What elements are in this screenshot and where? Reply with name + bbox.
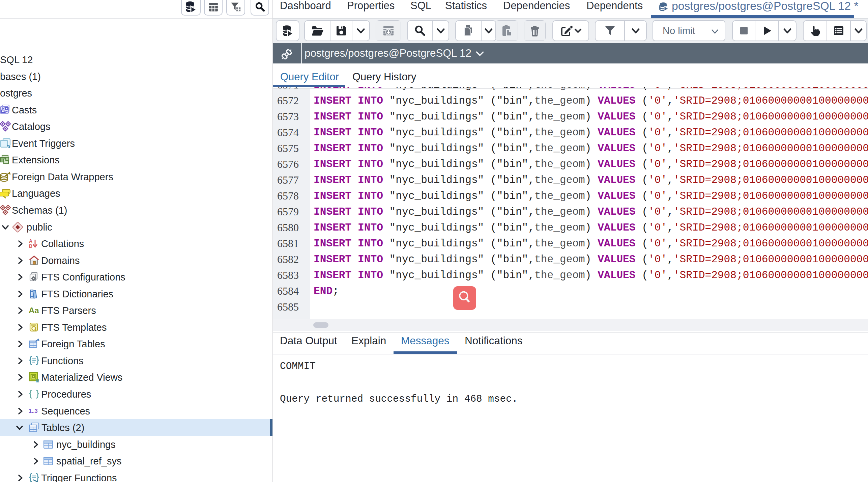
svg-text:1..3: 1..3: [29, 408, 38, 414]
svg-text:Aa: Aa: [29, 306, 39, 315]
svg-text:B: B: [29, 243, 32, 249]
svg-text:M: M: [36, 379, 39, 383]
svg-text:A: A: [29, 238, 32, 244]
